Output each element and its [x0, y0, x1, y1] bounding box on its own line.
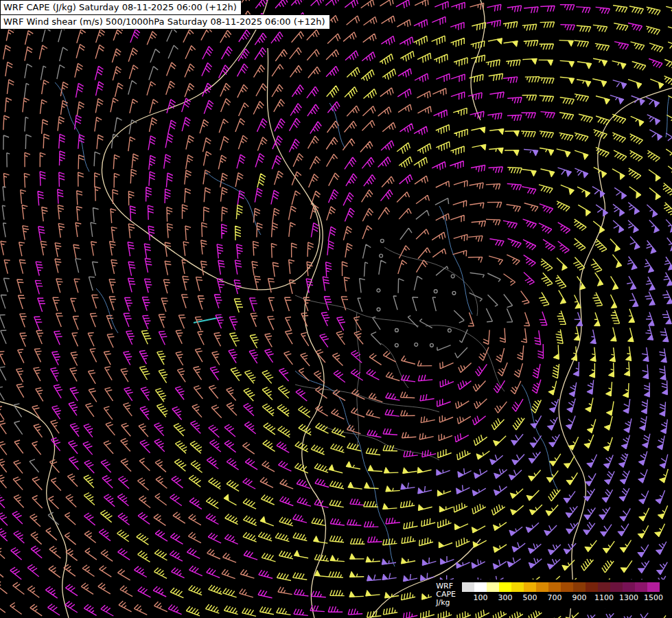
legend-tick-label: 1300 [619, 593, 638, 602]
cape-legend: WRF CAPE J/kg 10030050070090011001300150… [432, 580, 664, 608]
legend-swatch [548, 582, 561, 592]
title-cape-line: WRF CAPE (J/kg) Saturday 08-11-2025 06:0… [0, 0, 242, 15]
weather-map-stage: WRF CAPE (J/kg) Saturday 08-11-2025 06:0… [0, 0, 672, 618]
legend-swatch [610, 582, 623, 592]
legend-swatch [623, 582, 635, 592]
legend-swatch [647, 582, 660, 592]
legend-title-line: J/kg [436, 599, 456, 607]
legend-swatch [511, 582, 524, 592]
legend-tick-label: 500 [523, 593, 537, 602]
legend-tick-label: 1100 [594, 593, 614, 602]
legend-swatches [462, 582, 660, 592]
legend-tick-label: 700 [548, 593, 562, 602]
legend-title: WRF CAPE J/kg [436, 582, 456, 607]
legend-tick-label: 900 [572, 593, 587, 602]
legend-swatch [487, 582, 499, 592]
legend-swatch [586, 582, 598, 592]
legend-tick-label: 1500 [644, 593, 663, 602]
title-windshear-line: WRF Wind shear (m/s) 500/1000hPa Saturda… [0, 14, 330, 30]
map-canvas [0, 0, 672, 618]
river-layer [55, 82, 669, 566]
legend-swatch [536, 582, 548, 592]
legend-swatch [561, 582, 573, 592]
legend-swatch [499, 582, 511, 592]
title-block: WRF CAPE (J/kg) Saturday 08-11-2025 06:0… [0, 0, 330, 30]
legend-tick-label: 100 [474, 593, 488, 602]
legend-scale: 100300500700900110013001500 [462, 582, 660, 602]
legend-swatch [524, 582, 536, 592]
legend-swatch [462, 582, 474, 592]
legend-swatch [598, 582, 610, 592]
legend-swatch [635, 582, 647, 592]
legend-swatch [573, 582, 586, 592]
legend-swatch [474, 582, 487, 592]
legend-ticks: 100300500700900110013001500 [462, 592, 660, 602]
wind-barb-layer [0, 0, 672, 618]
legend-tick-label: 300 [498, 593, 513, 602]
